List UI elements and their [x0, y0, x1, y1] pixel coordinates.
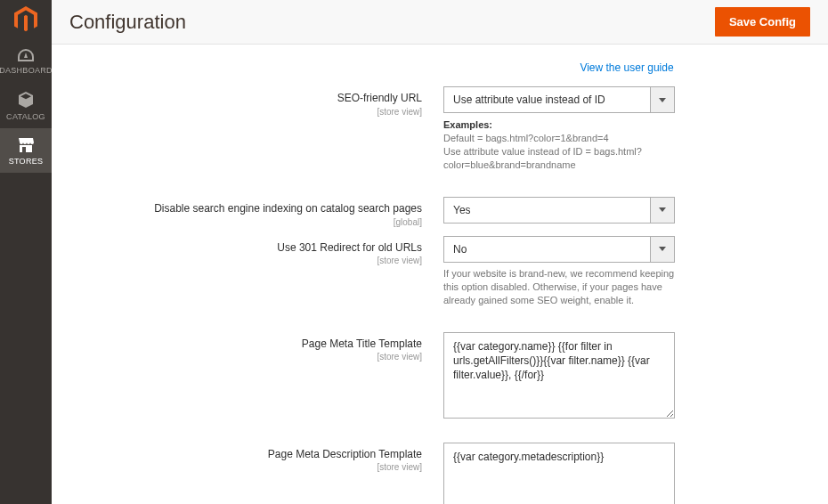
magento-logo-icon	[14, 6, 37, 33]
examples-body: Default = bags.html?color=1&brand=4 Use …	[443, 133, 642, 170]
redirect-301-select[interactable]: No	[443, 236, 675, 263]
magento-logo[interactable]	[0, 0, 52, 39]
sidebar-label: CATALOG	[6, 112, 45, 121]
select-value: Use attribute value instead of ID	[443, 86, 650, 113]
scope-text: [store view]	[69, 352, 422, 362]
seo-url-examples: Examples: Default = bags.html?color=1&br…	[443, 118, 675, 172]
field-disable-indexing: Disable search engine indexing on catalo…	[69, 197, 810, 227]
save-config-button[interactable]: Save Config	[715, 7, 810, 37]
sidebar-item-stores[interactable]: STORES	[0, 128, 52, 173]
field-seo-url: SEO-friendly URL [store view] Use attrib…	[69, 86, 810, 117]
label: SEO-friendly URL [store view]	[69, 86, 443, 117]
config-form: View the user guide SEO-friendly URL [st…	[52, 45, 828, 504]
scope-text: [store view]	[69, 107, 422, 117]
cube-icon	[17, 91, 35, 109]
label: Page Meta Title Template [store view]	[69, 332, 443, 421]
chevron-down-icon	[650, 86, 675, 113]
sidebar-label: DASHBOARD	[0, 66, 53, 75]
user-guide-link[interactable]: View the user guide	[580, 61, 673, 74]
seo-url-select[interactable]: Use attribute value instead of ID	[443, 86, 675, 113]
page-header: Configuration Save Config	[52, 0, 828, 45]
field-301-redirect: Use 301 Redirect for old URLs [store vie…	[69, 236, 810, 266]
field-meta-description: Page Meta Description Template [store vi…	[69, 443, 810, 504]
scope-text: [store view]	[69, 256, 422, 265]
scope-text: [store view]	[69, 462, 422, 472]
scope-text: [global]	[69, 217, 422, 227]
sidebar-item-catalog[interactable]: CATALOG	[0, 82, 52, 128]
admin-sidebar: DASHBOARD CATALOG STORES	[0, 0, 52, 504]
redirect-301-note: If your website is brand-new, we recomme…	[443, 267, 675, 307]
label-text: Page Meta Description Template	[69, 448, 422, 462]
label: Page Meta Description Template [store vi…	[69, 443, 443, 504]
chevron-down-icon	[650, 236, 675, 263]
label-text: Use 301 Redirect for old URLs	[69, 241, 422, 256]
sidebar-item-dashboard[interactable]: DASHBOARD	[0, 39, 52, 82]
disable-indexing-select[interactable]: Yes	[443, 197, 675, 224]
sidebar-label: STORES	[9, 157, 44, 166]
meta-title-textarea[interactable]	[443, 332, 675, 419]
label: Disable search engine indexing on catalo…	[69, 197, 443, 227]
label-text: Page Meta Title Template	[69, 337, 422, 352]
select-value: Yes	[443, 197, 650, 224]
examples-title: Examples:	[443, 118, 675, 132]
label-text: SEO-friendly URL	[69, 92, 422, 106]
page-title: Configuration	[69, 11, 186, 34]
gauge-icon	[17, 48, 35, 62]
meta-description-textarea[interactable]	[443, 443, 675, 504]
label: Use 301 Redirect for old URLs [store vie…	[69, 236, 443, 266]
user-guide-link-wrap: View the user guide	[443, 61, 810, 74]
label-text: Disable search engine indexing on catalo…	[69, 202, 422, 216]
select-value: No	[443, 236, 650, 263]
store-icon	[17, 137, 35, 153]
chevron-down-icon	[650, 197, 675, 224]
field-meta-title: Page Meta Title Template [store view]	[69, 332, 810, 421]
